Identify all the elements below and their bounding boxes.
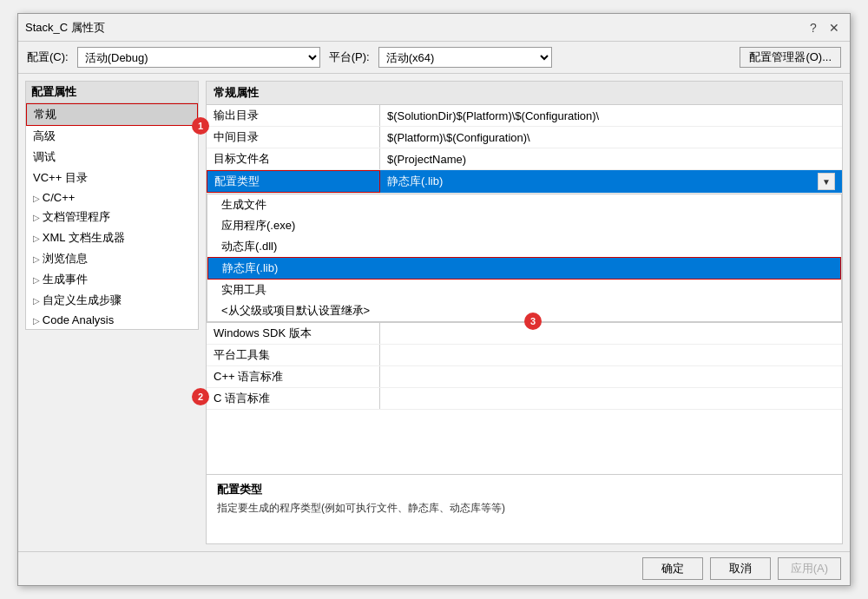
left-panel-title: 配置属性 — [31, 84, 76, 100]
tree-item-code-analysis[interactable]: Code Analysis — [26, 311, 198, 329]
annotation-2: 2 — [192, 388, 209, 405]
tree-item-debug[interactable]: 调试 — [26, 147, 198, 168]
dropdown-options-config-type: 生成文件 应用程序(.exe) 动态库(.dll) 静态库(.lib) 实用工具… — [207, 194, 842, 322]
prop-row-platform-toolset: 平台工具集 — [207, 345, 842, 366]
tree-item-vcpp[interactable]: VC++ 目录 — [26, 168, 198, 188]
dropdown-option-exe[interactable]: 应用程序(.exe) — [207, 215, 841, 236]
annotation-circle-1: 1 — [192, 117, 209, 135]
main-content: 配置属性 常规 高级 调试 VC++ 目录 C/C++ — [18, 74, 850, 551]
dropdown-header-config-type: 配置类型 静态库(.lib) ▼ — [207, 170, 842, 194]
info-panel: 配置类型 指定要生成的程序类型(例如可执行文件、静态库、动态库等等) — [207, 474, 842, 543]
tree-item-general[interactable]: 常规 — [26, 103, 198, 126]
prop-value-winsdk — [380, 323, 842, 344]
config-label: 配置(C): — [27, 49, 69, 65]
dialog-title: Stack_C 属性页 — [25, 20, 105, 36]
prop-row-target-name: 目标文件名 $(ProjectName) — [207, 148, 842, 170]
info-description: 指定要生成的程序类型(例如可执行文件、静态库、动态库等等) — [217, 501, 832, 516]
tree-item-browser[interactable]: 浏览信息 — [26, 248, 198, 269]
prop-name-c-std: C 语言标准 — [207, 388, 380, 409]
apply-button[interactable]: 应用(A) — [778, 557, 841, 580]
annotation-1: 1 — [192, 117, 209, 135]
prop-name-config-type: 配置类型 — [207, 170, 380, 193]
tree-item-cpp[interactable]: C/C++ — [26, 188, 198, 207]
annotation-circle-2: 2 — [192, 388, 209, 405]
prop-row-c-std: C 语言标准 — [207, 388, 842, 410]
tree-item-build-events[interactable]: 生成事件 — [26, 269, 198, 290]
annotation-3-wrapper: 3 — [524, 313, 542, 330]
dropdown-option-lib[interactable]: 静态库(.lib) — [207, 257, 841, 280]
left-panel-header: 配置属性 — [26, 82, 198, 103]
prop-value-target-name: $(ProjectName) — [380, 148, 842, 169]
left-panel-wrapper: 配置属性 常规 高级 调试 VC++ 目录 C/C++ — [25, 81, 199, 544]
dropdown-chevron-config-type[interactable]: ▼ — [818, 173, 835, 190]
platform-select[interactable]: 活动(x64) — [378, 47, 552, 68]
left-panel: 配置属性 常规 高级 调试 VC++ 目录 C/C++ — [25, 81, 199, 330]
cancel-button[interactable]: 取消 — [710, 557, 771, 580]
tree-item-custom-build[interactable]: 自定义生成步骤 — [26, 290, 198, 311]
tree-item-docmgr[interactable]: 文档管理程序 — [26, 207, 198, 227]
platform-label: 平台(P): — [329, 49, 370, 65]
config-select[interactable]: 活动(Debug) — [77, 47, 320, 68]
prop-name-cpp-std: C++ 语言标准 — [207, 366, 380, 387]
prop-value-cpp-std — [380, 366, 842, 387]
prop-value-inter-dir: $(Platform)\$(Configuration)\ — [380, 127, 842, 148]
prop-name-platform-toolset: 平台工具集 — [207, 345, 380, 365]
dropdown-option-utility[interactable]: 实用工具 — [207, 280, 841, 300]
dropdown-option-makefile[interactable]: 生成文件 — [207, 194, 841, 215]
toolbar-row: 配置(C): 活动(Debug) 平台(P): 活动(x64) 配置管理器(O)… — [18, 42, 850, 74]
config-manager-button[interactable]: 配置管理器(O)... — [740, 47, 841, 68]
prop-row-cpp-std: C++ 语言标准 — [207, 366, 842, 388]
info-title: 配置类型 — [217, 482, 832, 497]
properties-table: 输出目录 $(SolutionDir)$(Platform)\$(Configu… — [207, 105, 842, 474]
prop-value-config-type: 静态库(.lib) ▼ — [380, 170, 842, 193]
prop-name-inter-dir: 中间目录 — [207, 127, 380, 148]
help-button[interactable]: ? — [805, 19, 822, 36]
prop-value-output-dir: $(SolutionDir)$(Platform)\$(Configuratio… — [380, 105, 842, 126]
prop-name-target-name: 目标文件名 — [207, 148, 380, 169]
prop-value-platform-toolset — [380, 345, 842, 365]
bottom-bar: 确定 取消 应用(A) — [18, 551, 850, 585]
right-panel-wrapper: 常规属性 输出目录 $(SolutionDir)$(Platform)\$(Co… — [206, 81, 843, 544]
ok-button[interactable]: 确定 — [642, 557, 703, 580]
prop-value-c-std — [380, 388, 842, 409]
prop-name-output-dir: 输出目录 — [207, 105, 380, 126]
tree-item-xmlgen[interactable]: XML 文档生成器 — [26, 227, 198, 248]
tree-item-advanced[interactable]: 高级 — [26, 126, 198, 147]
properties-dialog: Stack_C 属性页 ? ✕ 配置(C): 活动(Debug) 平台(P): … — [17, 13, 851, 586]
close-button[interactable]: ✕ — [825, 19, 843, 36]
prop-name-winsdk: Windows SDK 版本 — [207, 323, 380, 344]
annotation-circle-3: 3 — [524, 313, 542, 330]
prop-row-config-type: 配置类型 静态库(.lib) ▼ 生成文件 应用程序(.exe) 动态库(.dl… — [207, 170, 842, 323]
prop-row-inter-dir: 中间目录 $(Platform)\$(Configuration)\ — [207, 127, 842, 148]
right-panel-title: 常规属性 — [214, 85, 259, 101]
title-bar-controls: ? ✕ — [805, 19, 843, 36]
dropdown-option-dll[interactable]: 动态库(.dll) — [207, 236, 841, 257]
prop-row-output-dir: 输出目录 $(SolutionDir)$(Platform)\$(Configu… — [207, 105, 842, 127]
right-panel-header: 常规属性 — [207, 82, 842, 105]
title-bar: Stack_C 属性页 ? ✕ — [18, 14, 850, 42]
